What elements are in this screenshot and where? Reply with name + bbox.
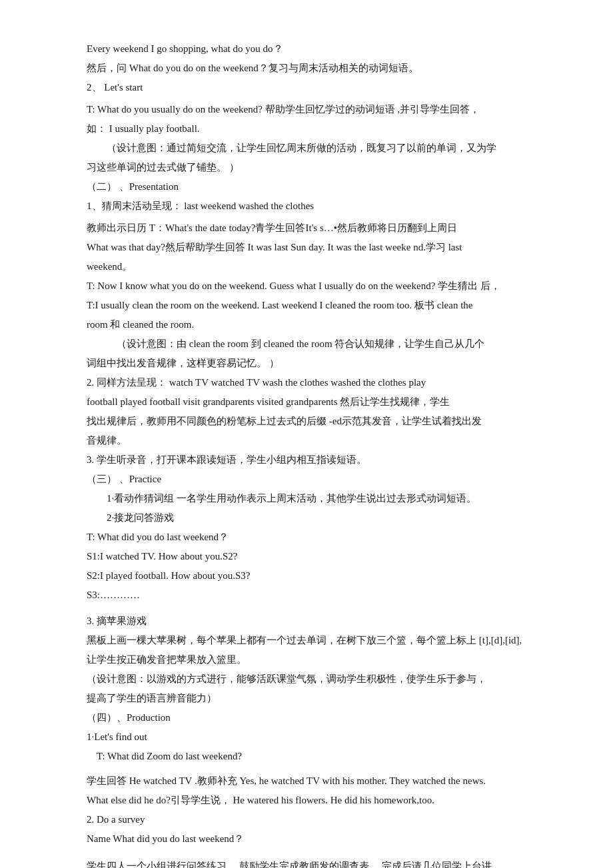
line-l37: T: What did Zoom do last weekend?	[87, 747, 526, 765]
line-l24: 1·看动作猜词组 一名学生用动作表示上周末活动，其他学生说出过去形式动词短语。	[87, 490, 526, 508]
line-l9: 1、猜周末活动呈现： last weekend washed the cloth…	[87, 197, 526, 215]
line-l33: （设计意图：以游戏的方式进行，能够活跃课堂气氛，调动学生积极性，使学生乐于参与，	[87, 670, 526, 688]
line-l23: （三） 、Practice	[87, 470, 526, 488]
line-l14: T:I usually clean the room on the weeken…	[87, 296, 526, 314]
line-l26: T: What did you do last weekend？	[87, 528, 526, 546]
line-l36: 1·Let's find out	[87, 728, 526, 746]
line-l27: S1:I watched TV. How about you.S2?	[87, 548, 526, 566]
line-l5: 如： I usually play football.	[87, 120, 526, 138]
line-l38: 学生回答 He watched TV .教师补充 Yes, he watched…	[87, 772, 526, 790]
line-l41: Name What did you do last weekend？	[87, 830, 526, 848]
line-l16: （设计意图：由 clean the room 到 cleaned the roo…	[87, 335, 526, 353]
line-l28: S2:I played football. How about you.S3?	[87, 567, 526, 585]
line-l20: 找出规律后，教师用不同颜色的粉笔标上过去式的后缀 -ed示范其发音，让学生试着找…	[87, 412, 526, 430]
line-l7: 习这些单词的过去式做了铺垫。 ）	[87, 159, 526, 177]
line-l11: What was that day?然后帮助学生回答 It was last S…	[87, 238, 526, 256]
line-l39: What else did he do?引导学生说， He watered hi…	[87, 791, 526, 809]
line-l15: room 和 cleaned the room.	[87, 316, 526, 334]
line-l32: 让学生按正确发音把苹果放入篮里。	[87, 651, 526, 669]
line-l25: 2·接龙问答游戏	[87, 509, 526, 527]
line-l30: 3. 摘苹果游戏	[87, 612, 526, 630]
line-l43: 学生四人一个小组进行问答练习， 鼓励学生完成教师发的调查表。 完成后请几位同学上…	[87, 857, 526, 868]
line-l40: 2. Do a survey	[87, 811, 526, 829]
line-l1: Every weekend I go shopping, what do you…	[87, 40, 526, 58]
line-l31: 黑板上画一棵大苹果树，每个苹果上都有一个过去单词，在树下放三个篮，每个篮上标上 …	[87, 632, 526, 650]
line-l34: 提高了学生的语言辨音能力）	[87, 689, 526, 707]
document-body: Every weekend I go shopping, what do you…	[87, 40, 526, 868]
line-l3: 2、 Let's start	[87, 79, 526, 97]
line-l18: 2. 同样方法呈现： watch TV watched TV wash the …	[87, 374, 526, 392]
line-l10: 教师出示日历 T：What's the date today?青学生回答It's…	[87, 219, 526, 237]
line-l17: 词组中找出发音规律，这样更容易记忆。 ）	[87, 354, 526, 372]
line-l4: T: What do you usually do on the weekend…	[87, 101, 526, 119]
line-l12: weekend。	[87, 258, 526, 276]
line-l22: 3. 学生听录音，打开课本跟读短语，学生小组内相互指读短语。	[87, 451, 526, 469]
line-l6: （设计意图：通过简短交流，让学生回忆周末所做的活动，既复习了以前的单词，又为学	[87, 139, 526, 157]
line-l35: （四）、Production	[87, 709, 526, 727]
line-l21: 音规律。	[87, 432, 526, 450]
line-l13: T: Now I know what you do on the weekend…	[87, 277, 526, 295]
line-l29: S3:…………	[87, 586, 526, 604]
line-l2: 然后，问 What do you do on the weekend？复习与周末…	[87, 59, 526, 77]
line-l8: （二） 、Presentation	[87, 178, 526, 196]
line-l19: football played football visit grandpare…	[87, 393, 526, 411]
